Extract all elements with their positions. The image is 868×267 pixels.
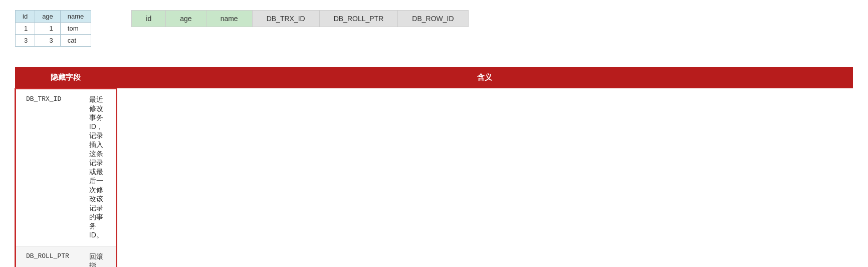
small-table-header-name: name [60,11,91,23]
info-table-header: 隐藏字段 含义 [15,67,853,88]
small-table-header-id: id [16,11,35,23]
info-header-field: 隐藏字段 [15,67,117,88]
small-table: id age name 11tom33cat [15,10,91,47]
info-section: 隐藏字段 含义 DB_TRX_ID最近修改事务ID，记录插入这条记录或最后一次修… [15,67,853,267]
table-row: DB_TRX_ID最近修改事务ID，记录插入这条记录或最后一次修改该记录的事务I… [16,89,116,246]
info-field-name: DB_TRX_ID [16,89,79,246]
table-row: DB_ROLL_PTR回滚指针，指向这条记录的上一个版本，用于配合undo lo… [16,246,116,268]
wide-table-header-cell: id [132,11,166,27]
table-cell: 3 [35,35,61,47]
table-cell: 3 [16,35,35,47]
table-cell: 1 [35,23,61,35]
top-section: id age name 11tom33cat idagenameDB_TRX_I… [15,10,853,47]
info-table: 隐藏字段 含义 DB_TRX_ID最近修改事务ID，记录插入这条记录或最后一次修… [15,67,853,267]
wide-table-header-cell: DB_TRX_ID [252,11,319,27]
wide-table-header-cell: DB_ROLL_PTR [319,11,398,27]
info-field-meaning: 最近修改事务ID，记录插入这条记录或最后一次修改该记录的事务ID。 [79,89,116,246]
wide-table-header-cell: age [166,11,206,27]
table-row: 33cat [16,35,91,47]
info-header-meaning: 含义 [117,67,853,88]
table-row: 11tom [16,23,91,35]
table-cell: tom [60,23,91,35]
table-cell: 1 [16,23,35,35]
table-cell: cat [60,35,91,47]
info-field-meaning: 回滚指针，指向这条记录的上一个版本，用于配合undo log，指向上一个版本。 [79,246,116,268]
wide-table: idagenameDB_TRX_IDDB_ROLL_PTRDB_ROW_ID [131,10,468,27]
wide-table-header-cell: name [206,11,252,27]
info-field-name: DB_ROLL_PTR [16,246,79,268]
wide-table-header-cell: DB_ROW_ID [398,11,468,27]
small-table-header-age: age [35,11,61,23]
